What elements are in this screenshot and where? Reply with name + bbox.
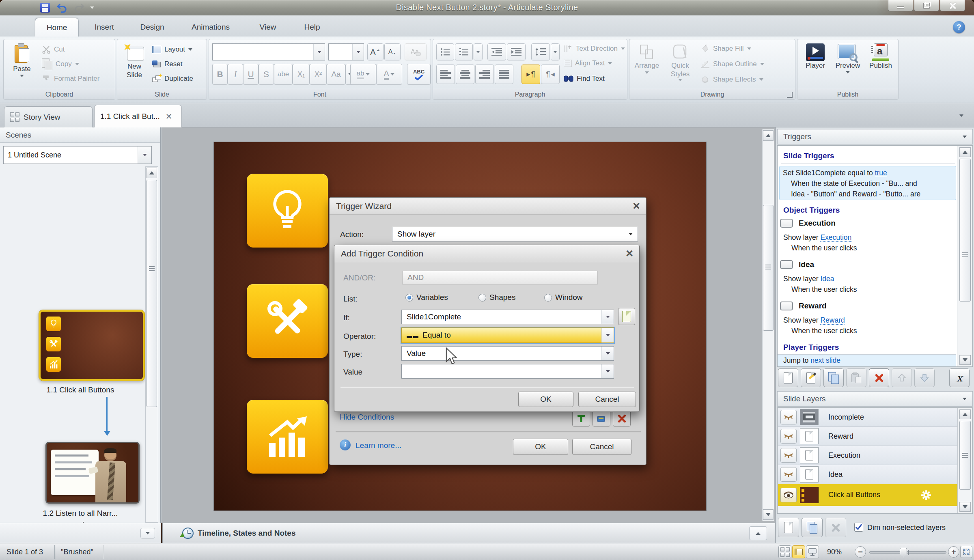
spelling-button[interactable]: ABC [407,64,431,85]
new-layer-button[interactable] [778,518,799,537]
preview-button[interactable]: Preview [832,42,863,87]
clear-formatting-button[interactable]: Aa [405,43,427,60]
eye-closed-icon[interactable] [780,429,797,444]
decrease-indent-button[interactable] [487,43,506,60]
add-condition-close-icon[interactable]: ✕ [625,248,634,260]
move-trigger-down-button[interactable] [914,368,935,387]
align-center-button[interactable] [456,65,474,84]
scenes-scroll-up-icon[interactable] [147,168,157,178]
italic-button[interactable]: I [228,64,243,85]
timeline-collapse-icon[interactable] [749,526,767,540]
superscript-button[interactable]: X² [310,64,327,85]
paste-button[interactable]: Paste [6,42,38,87]
condition-cancel-button[interactable]: Cancel [578,392,636,407]
new-variable-button[interactable] [618,308,635,325]
eye-closed-icon[interactable] [780,467,797,482]
trigger-wizard-close-icon[interactable]: ✕ [632,200,640,212]
canvas-scroll-up-icon[interactable] [763,130,774,141]
align-left-button[interactable] [436,65,455,84]
triggers-scrollbar[interactable] [957,146,972,366]
operator-select[interactable]: Equal to [401,327,614,343]
subscript-button[interactable]: X₁ [293,64,310,85]
new-trigger-button[interactable] [778,368,798,387]
presenter-view-button[interactable] [806,545,819,558]
canvas-scrollbar[interactable] [762,129,774,521]
value-select[interactable] [401,364,614,379]
layers-scroll-down-icon[interactable] [959,502,971,512]
eye-closed-icon[interactable] [780,448,797,463]
new-slide-button[interactable]: New Slide [120,42,149,87]
layer-row-idea[interactable]: Idea [778,465,957,484]
edit-trigger-button[interactable] [801,368,821,387]
scenes-collapse-icon[interactable] [140,528,155,538]
slide-trigger-item[interactable]: Set Slide1Complete equal to true When th… [779,166,956,200]
qat-dropdown-icon[interactable] [90,6,94,9]
arrange-button[interactable]: Arrange [632,42,662,87]
trigger-show-reward[interactable]: Show layer Reward [783,316,845,325]
format-painter-button[interactable]: Format Painter [42,73,99,85]
type-select[interactable]: Value [401,346,614,361]
idea-layer-link[interactable]: Idea [820,275,834,283]
layout-button[interactable]: Layout [152,43,192,56]
triggers-scroll-up-icon[interactable] [959,147,971,157]
dim-layers-checkbox[interactable] [854,523,863,532]
shape-outline-button[interactable]: Shape Outline [701,58,764,70]
tab-slide-1-1[interactable]: 1.1 Click all But... ✕ [94,105,182,127]
duplicate-layer-button[interactable] [802,518,823,537]
help-icon[interactable]: ? [953,21,965,33]
tab-close-icon[interactable]: ✕ [166,112,172,121]
fit-to-window-button[interactable] [960,546,972,558]
line-spacing-dropdown-icon[interactable] [551,43,560,60]
scenes-scroll-thumb[interactable] [147,180,157,407]
idea-button[interactable] [247,174,328,248]
eye-closed-icon[interactable] [780,410,797,424]
canvas-scroll-thumb[interactable] [763,205,774,331]
minimize-button[interactable] [888,0,913,11]
paste-trigger-button[interactable] [846,368,866,387]
delete-trigger-button[interactable] [869,368,889,387]
publish-button[interactable]: a Publish [866,42,896,87]
layer-row-incomplete[interactable]: Incomplete [778,408,957,427]
shrink-font-button[interactable]: A [384,43,401,60]
slide-thumbnail-1-2[interactable] [45,442,140,504]
rtl-paragraph-button[interactable]: ¶◀ [541,65,560,84]
undo-button[interactable] [56,2,68,13]
next-slide-link[interactable]: next slide [810,356,840,364]
timeline-bar[interactable]: Timeline, States and Notes [162,523,775,543]
zoom-slider-track[interactable] [869,551,946,554]
wizard-ok-button[interactable]: OK [513,439,568,455]
zoom-in-button[interactable]: + [948,546,959,558]
drawing-dialog-launcher-icon[interactable] [787,92,793,98]
highlight-color-button[interactable]: ab [350,64,376,85]
font-color-button[interactable]: A [376,64,402,85]
learn-more-link[interactable]: Learn more... [356,441,401,450]
radio-window[interactable]: Window [544,293,583,302]
reward-layer-link[interactable]: Reward [820,316,845,325]
action-select[interactable]: Show layer [392,227,638,241]
eye-open-icon[interactable] [780,488,797,502]
quick-styles-button[interactable]: Quick Styles [664,42,697,87]
radio-variables[interactable]: Variables [405,293,448,302]
wizard-cancel-button[interactable]: Cancel [572,439,631,455]
trigger-true-link[interactable]: true [875,169,887,177]
reset-button[interactable]: Reset [152,58,182,70]
duplicate-button[interactable]: Duplicate [152,73,193,85]
move-trigger-up-button[interactable] [892,368,912,387]
numbering-button[interactable] [455,43,473,60]
zoom-out-button[interactable]: − [855,546,866,558]
if-select[interactable]: Slide1Complete [401,310,614,324]
triggers-header[interactable]: Triggers [777,129,973,144]
triggers-scroll-thumb[interactable] [959,159,971,302]
manage-variables-button[interactable]: x [949,368,970,387]
line-spacing-button[interactable] [531,43,550,60]
text-direction-button[interactable]: Text Direction [564,43,625,55]
shape-effects-button[interactable]: Shape Effects [701,73,763,86]
layer-row-execution[interactable]: Execution [778,446,957,465]
layers-scrollbar[interactable] [957,408,972,513]
reward-button[interactable] [247,400,328,474]
player-button[interactable]: Player [801,42,830,87]
bold-button[interactable]: B [212,64,228,85]
font-size-select[interactable] [328,43,364,60]
layers-scroll-up-icon[interactable] [959,409,971,419]
change-case-button[interactable]: Aa [327,64,345,85]
